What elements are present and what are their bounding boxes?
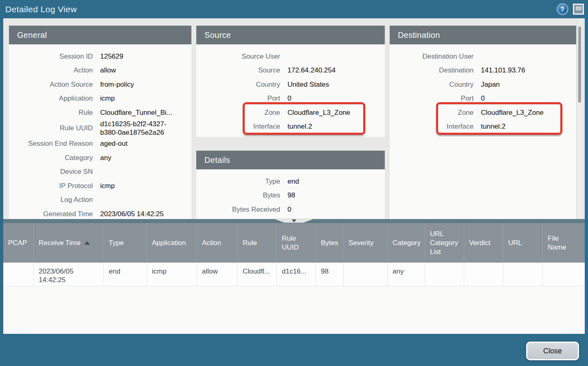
column-header-type[interactable]: Type <box>104 223 147 263</box>
dialog-footer: Close <box>0 334 588 366</box>
log-detail-panels: General Session ID125629 Actionallow Act… <box>3 18 585 219</box>
sort-ascending-icon <box>84 241 90 245</box>
source-panel: Source Source User Source172.64.240.254 … <box>196 26 385 137</box>
table-empty-area <box>3 286 585 334</box>
table-row[interactable]: 2023/06/05 14:42:25 end icmp allow Cloud… <box>3 263 585 286</box>
window-icon-inner <box>576 7 581 10</box>
column-header-verdict[interactable]: Verdict <box>464 223 503 263</box>
detailed-log-view-dialog: Detailed Log View ? General Session ID12… <box>0 0 588 366</box>
destination-panel-body: Destination User Destination141.101.93.7… <box>390 44 576 219</box>
titlebar: Detailed Log View ? <box>0 0 588 18</box>
field-action-source: Action Sourcefrom-policy <box>9 77 191 92</box>
field-session-id: Session ID125629 <box>9 49 191 64</box>
cell-rule-uuid: d1c16... <box>277 263 316 286</box>
field-source-user: Source User <box>196 49 385 64</box>
field-source-port: Port0 <box>196 92 385 106</box>
cell-url-category-list <box>425 263 464 286</box>
details-panel-header: Details <box>196 151 385 169</box>
field-source-interface: Interfacetunnel.2 <box>196 120 385 134</box>
cell-action: allow <box>197 263 238 286</box>
field-session-end-reason: Session End Reasonaged-out <box>9 137 191 151</box>
field-rule-uuid: Rule UUIDd1c16235-b2f2-4327-b380-0ae1875… <box>9 120 191 137</box>
page-title: Detailed Log View <box>5 4 77 14</box>
cell-application: icmp <box>147 263 197 286</box>
field-source-country: CountryUnited States <box>196 77 385 92</box>
cell-pcap <box>3 263 34 286</box>
general-panel-header: General <box>9 26 191 44</box>
column-header-receive-time[interactable]: Receive Time <box>34 223 104 263</box>
field-type: Typeend <box>196 174 385 188</box>
cell-rule: Cloudfl... <box>238 263 277 286</box>
column-header-file-name[interactable]: File Name <box>543 223 585 263</box>
field-bytes-received: Bytes Received0 <box>196 202 385 217</box>
field-destination: Destination141.101.93.76 <box>390 64 576 78</box>
field-source-zone: ZoneCloudflare_L3_Zone <box>196 105 385 120</box>
field-category: Categoryany <box>9 151 191 165</box>
field-generated-time: Generated Time2023/06/05 14:42:25 <box>9 207 191 219</box>
field-application: Applicationicmp <box>9 92 191 106</box>
column-header-url[interactable]: URL <box>503 223 543 263</box>
window-icon[interactable] <box>573 4 584 15</box>
cell-bytes: 98 <box>316 263 344 286</box>
source-panel-body: Source User Source172.64.240.254 Country… <box>196 44 385 137</box>
dialog-content: General Session ID125629 Actionallow Act… <box>3 18 585 334</box>
destination-panel: Destination Destination User Destination… <box>390 26 576 219</box>
collapse-handle[interactable] <box>272 218 316 223</box>
column-header-url-category-list[interactable]: URL Category List <box>425 223 464 263</box>
column-header-application[interactable]: Application <box>147 223 197 263</box>
titlebar-icons: ? <box>557 4 584 15</box>
log-table-header-row: PCAP Receive Time Type Application Actio… <box>3 223 585 263</box>
column-header-severity[interactable]: Severity <box>344 223 388 263</box>
field-rule: RuleCloudflare_Tunnel_Bi... <box>9 105 191 120</box>
close-button[interactable]: Close <box>526 342 579 360</box>
column-header-pcap[interactable]: PCAP <box>3 223 34 263</box>
vertical-scrollbar[interactable] <box>577 19 582 219</box>
field-bytes: Bytes98 <box>196 188 385 203</box>
field-destination-port: Port0 <box>390 92 576 106</box>
field-log-action: Log Action <box>9 193 191 207</box>
column-header-bytes[interactable]: Bytes <box>316 223 344 263</box>
help-icon[interactable]: ? <box>557 4 568 15</box>
field-destination-zone: ZoneCloudflare_L3_Zone <box>390 105 576 120</box>
column-header-rule[interactable]: Rule <box>238 223 277 263</box>
field-action: Actionallow <box>9 64 191 78</box>
field-source: Source172.64.240.254 <box>196 64 385 78</box>
vertical-scrollbar-thumb[interactable] <box>578 26 581 103</box>
cell-severity <box>344 263 388 286</box>
panel-table-divider <box>3 219 585 223</box>
field-destination-interface: Interfacetunnel.2 <box>390 120 576 134</box>
column-header-category[interactable]: Category <box>388 223 425 263</box>
general-panel-body: Session ID125629 Actionallow Action Sour… <box>9 44 191 219</box>
log-table: PCAP Receive Time Type Application Actio… <box>3 223 585 334</box>
details-panel-body: Typeend Bytes98 Bytes Received0 <box>196 169 385 219</box>
general-panel: General Session ID125629 Actionallow Act… <box>9 26 191 219</box>
cell-receive-time: 2023/06/05 14:42:25 <box>34 263 104 286</box>
field-ip-protocol: IP Protocolicmp <box>9 179 191 193</box>
field-device-sn: Device SN <box>9 165 191 179</box>
destination-panel-header: Destination <box>390 26 576 44</box>
cell-type: end <box>104 263 147 286</box>
cell-url <box>503 263 543 286</box>
cell-file-name <box>543 263 585 286</box>
cell-verdict <box>464 263 503 286</box>
cell-category: any <box>388 263 425 286</box>
details-panel: Details Typeend Bytes98 Bytes Received0 <box>196 151 385 219</box>
source-panel-header: Source <box>196 26 385 44</box>
column-header-rule-uuid[interactable]: Rule UUID <box>277 223 316 263</box>
column-header-action[interactable]: Action <box>197 223 238 263</box>
field-destination-country: CountryJapan <box>390 77 576 92</box>
field-destination-user: Destination User <box>390 49 576 64</box>
